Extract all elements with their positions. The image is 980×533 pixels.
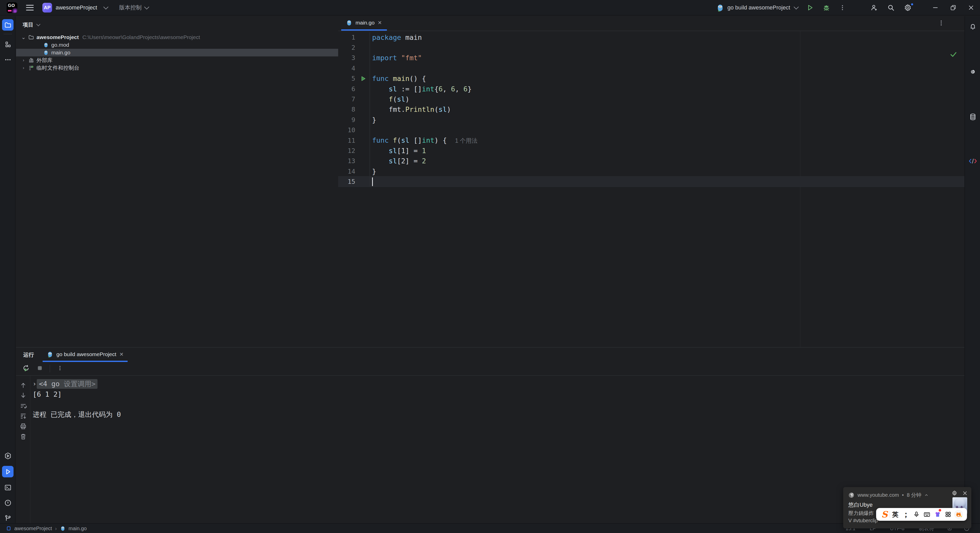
tab-options-button[interactable] <box>938 20 945 27</box>
scroll-to-end-button[interactable] <box>20 412 27 421</box>
ime-keyboard-button[interactable] <box>922 508 932 521</box>
rerun-button[interactable] <box>22 364 30 373</box>
project-panel-header[interactable]: 项目 <box>16 16 338 32</box>
next-occurrence-button[interactable] <box>20 391 27 400</box>
code-line-2[interactable]: 2 <box>338 42 964 53</box>
code-line-10[interactable]: 10 <box>338 125 964 135</box>
database-tool-button[interactable] <box>967 111 978 123</box>
project-avatar: AP <box>42 3 52 13</box>
main-menu-icon[interactable] <box>26 5 34 11</box>
run-configuration-selector[interactable]: go build awesomeProject <box>711 0 802 15</box>
ime-voice-button[interactable] <box>911 508 921 521</box>
code-line-text: sl[1] = 1 <box>370 147 426 155</box>
ime-toolbox-button[interactable] <box>943 508 953 521</box>
code-line-text: func f(sl []int) { 1 个用法 <box>370 136 477 145</box>
window-close-button[interactable] <box>962 0 980 15</box>
services-tool-button[interactable] <box>2 450 14 461</box>
code-line-1[interactable]: 1package main <box>338 32 964 42</box>
problems-tool-button[interactable] <box>2 497 14 509</box>
ime-skin-button[interactable] <box>932 508 943 521</box>
breadcrumb-project[interactable]: awesomeProject <box>14 526 52 531</box>
code-line-5[interactable]: 5func main() { <box>338 73 964 84</box>
breadcrumb-file[interactable]: main.go <box>68 526 87 531</box>
inspections-ok-widget[interactable] <box>949 50 958 60</box>
kebab-menu-icon <box>57 365 63 371</box>
tab-close-icon[interactable]: ✕ <box>119 351 124 357</box>
more-tool-windows-button[interactable] <box>2 54 14 65</box>
line-number: 15 <box>338 177 370 186</box>
tab-main-go[interactable]: main.go ✕ <box>341 16 387 31</box>
structure-tool-button[interactable] <box>2 38 14 50</box>
ai-assistant-tool-button[interactable] <box>967 66 978 77</box>
tree-item-awesomeproject[interactable]: ⌄awesomeProjectC:\Users\meowr\GolandProj… <box>16 33 338 41</box>
window-minimize-button[interactable] <box>926 0 944 15</box>
code-line-4[interactable]: 4 <box>338 63 964 73</box>
window-restore-button[interactable] <box>944 0 962 15</box>
prev-occurrence-button[interactable] <box>20 382 27 390</box>
project-tool-button[interactable] <box>2 19 14 31</box>
code-line-12[interactable]: 12 sl[1] = 1 <box>338 145 964 156</box>
stop-button[interactable] <box>37 365 43 372</box>
clear-console-button[interactable] <box>20 433 27 441</box>
library-icon <box>27 57 35 63</box>
soft-wrap-button[interactable] <box>20 402 27 410</box>
code-editor[interactable]: 1package main23import "fmt"45func main()… <box>338 31 964 187</box>
code-with-me-button[interactable] <box>865 0 883 15</box>
line-number: 5 <box>338 73 370 84</box>
tab-close-icon[interactable]: ✕ <box>378 20 382 26</box>
toast-close-icon[interactable] <box>962 490 968 496</box>
code-line-6[interactable]: 6 sl := []int{6, 6, 6} <box>338 84 964 94</box>
tree-item-label: go.mod <box>51 42 69 48</box>
fold-expand-icon[interactable]: › <box>33 380 36 388</box>
vcs-widget[interactable]: 版本控制 <box>119 4 148 11</box>
print-button[interactable] <box>20 423 27 431</box>
tree-item-main-go[interactable]: main.go <box>16 49 338 56</box>
chevron-right-icon[interactable]: › <box>20 58 27 63</box>
ime-logo-button[interactable]: S <box>879 508 890 521</box>
code-line-13[interactable]: 13 sl[2] = 2 <box>338 156 964 166</box>
chevron-right-icon[interactable]: › <box>20 65 27 70</box>
debug-button[interactable] <box>818 0 835 15</box>
browser-notification-toast[interactable]: www.youtube.com • 8 分钟 悠白Ubye 壓力鍋爆炸｜悠白 V… <box>843 487 971 528</box>
title-bar: GO AP awesomeProject 版本控制 go build aweso… <box>0 0 980 16</box>
terminal-tool-button[interactable] <box>2 482 14 493</box>
gopher-icon <box>47 351 53 358</box>
tab-label: main.go <box>355 20 375 26</box>
minimize-icon <box>932 4 939 11</box>
run-tab-go-build[interactable]: go build awesomeProject ✕ <box>43 348 127 362</box>
ime-assistant-button[interactable] <box>953 508 964 521</box>
search-everywhere-button[interactable] <box>883 0 899 15</box>
ime-language-mode-button[interactable]: 英 <box>890 508 900 521</box>
more-actions-button[interactable] <box>835 0 850 15</box>
folded-command-chip[interactable]: <4 go 设置调用> <box>37 379 97 389</box>
console-line-4: 进程 已完成，退出代码为 0 <box>30 409 964 420</box>
tree-item-go-mod[interactable]: go.mod <box>16 41 338 49</box>
toast-settings-icon[interactable] <box>951 490 958 496</box>
code-line-9[interactable]: 9} <box>338 115 964 125</box>
tree-item--[interactable]: ›临时文件和控制台 <box>16 64 338 72</box>
chevron-down-icon[interactable]: ⌄ <box>20 36 27 38</box>
ime-punctuation-button[interactable]: ； <box>900 508 911 521</box>
code-line-14[interactable]: 14} <box>338 166 964 177</box>
settings-button[interactable] <box>899 0 916 15</box>
version-control-tool-button[interactable] <box>2 512 14 524</box>
code-line-15[interactable]: 15 <box>338 177 964 186</box>
project-widget[interactable]: AP awesomeProject <box>42 3 107 13</box>
console-more-button[interactable] <box>57 365 63 372</box>
tree-item--[interactable]: ›外部库 <box>16 56 338 64</box>
notifications-tool-button[interactable] <box>967 21 978 32</box>
code-line-3[interactable]: 3import "fmt" <box>338 53 964 63</box>
toast-dot: • <box>902 492 904 498</box>
code-line-11[interactable]: 11func f(sl []int) { 1 个用法 <box>338 135 964 145</box>
run-tool-button[interactable] <box>2 466 14 477</box>
run-line-button[interactable] <box>360 75 366 83</box>
project-panel-title: 项目 <box>23 21 33 28</box>
endpoints-tool-button[interactable] <box>967 155 978 167</box>
ellipsis-icon <box>4 56 11 63</box>
run-panel-title: 运行 <box>16 348 34 362</box>
run-button[interactable] <box>802 0 818 15</box>
ime-toolbar[interactable]: S 英 ； <box>876 508 967 521</box>
code-line-8[interactable]: 8 fmt.Println(sl) <box>338 104 964 115</box>
code-line-7[interactable]: 7 f(sl) <box>338 94 964 104</box>
run-console[interactable]: ›<4 go 设置调用>[6 1 2]进程 已完成，退出代码为 0 <box>30 376 964 523</box>
